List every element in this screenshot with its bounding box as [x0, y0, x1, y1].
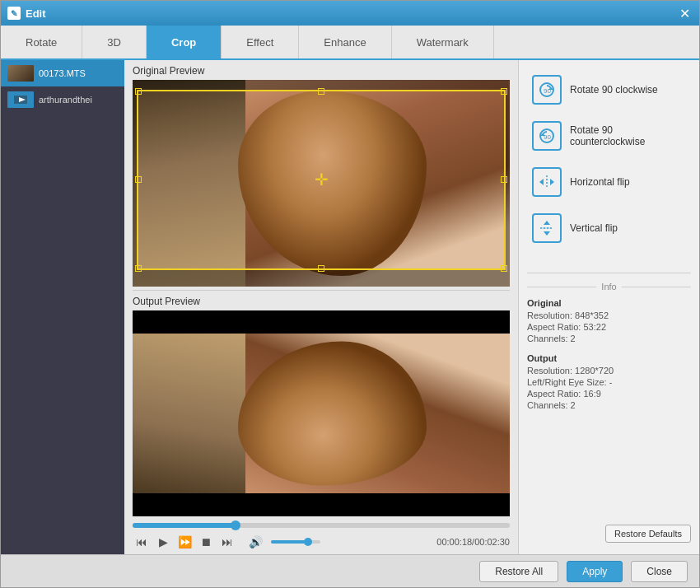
hflip-action[interactable]: Horizontal flip — [527, 164, 691, 200]
restore-all-button[interactable]: Restore All — [479, 561, 558, 582]
bottom-action-bar: Restore All Apply Close — [1, 554, 699, 587]
svg-text:90: 90 — [544, 87, 551, 95]
volume-button[interactable]: 🔊 — [246, 533, 264, 551]
rotate-cw-icon: 90 — [532, 75, 562, 105]
crop-crosshair: ✛ — [315, 170, 329, 189]
output-eye-size: Left/Right Eye Size: - — [527, 377, 691, 387]
svg-marker-13 — [544, 231, 550, 236]
progress-fill — [133, 523, 238, 528]
output-video-frame — [133, 334, 510, 494]
tab-enhance[interactable]: Enhance — [299, 26, 391, 58]
tab-rotate[interactable]: Rotate — [1, 26, 82, 58]
tab-3d[interactable]: 3D — [82, 26, 147, 58]
tab-watermark[interactable]: Watermark — [392, 26, 494, 58]
close-window-button[interactable]: ✕ — [676, 5, 693, 21]
output-resolution: Resolution: 1280*720 — [527, 366, 691, 376]
output-info-title: Output — [527, 353, 691, 363]
tab-crop[interactable]: Crop — [147, 26, 222, 58]
sidebar-thumb-0 — [7, 65, 34, 82]
svg-marker-12 — [544, 221, 550, 225]
fast-forward-button[interactable]: ⏩ — [175, 533, 194, 551]
output-aspect-ratio: Aspect Ratio: 16:9 — [527, 389, 691, 399]
tab-effect[interactable]: Effect — [222, 26, 299, 58]
output-preview-section: Output Preview — [124, 291, 518, 520]
rotate-cw-label: Rotate 90 clockwise — [570, 84, 658, 96]
output-black-bar-bottom — [133, 493, 510, 516]
original-preview-canvas: ✛ — [133, 80, 510, 287]
restore-defaults-button[interactable]: Restore Defaults — [605, 525, 691, 543]
original-info-group: Original Resolution: 848*352 Aspect Rati… — [527, 298, 691, 343]
window-icon: ✎ — [7, 7, 21, 20]
sidebar-filename-0: 00173.MTS — [39, 68, 86, 78]
playback-controls: ⏮ ▶ ⏩ ⏹ ⏭ 🔊 00:00:18/00:02:30 — [124, 520, 518, 554]
original-info-title: Original — [527, 298, 691, 308]
rotate-cw-action[interactable]: 90 Rotate 90 clockwise — [527, 72, 691, 108]
file-sidebar: 00173.MTS arthurandthei — [1, 60, 124, 554]
original-channels: Channels: 2 — [527, 334, 691, 343]
crop-handle-bm[interactable] — [318, 265, 324, 272]
vflip-action[interactable]: Vertical flip — [527, 210, 691, 246]
apply-button[interactable]: Apply — [567, 561, 623, 582]
volume-fill — [271, 540, 306, 544]
progress-thumb[interactable] — [231, 520, 240, 530]
title-bar: ✎ Edit ✕ — [1, 1, 699, 26]
vflip-icon — [532, 213, 562, 243]
output-black-bar-top — [133, 310, 510, 334]
output-preview-canvas — [133, 310, 510, 517]
sidebar-item-1[interactable]: arthurandthei — [1, 86, 124, 113]
original-aspect-ratio: Aspect Ratio: 53:22 — [527, 322, 691, 332]
rotate-ccw-icon: 90 — [532, 121, 562, 151]
edit-window: ✎ Edit ✕ Rotate 3D Crop Effect Enhance W… — [0, 0, 700, 588]
original-preview-label: Original Preview — [133, 65, 510, 77]
crop-overlay[interactable]: ✛ — [137, 90, 506, 270]
crop-handle-br[interactable] — [501, 265, 507, 272]
svg-marker-10 — [550, 179, 554, 185]
sidebar-thumb-1 — [7, 91, 34, 108]
window-title: Edit — [26, 7, 676, 20]
crop-handle-tl[interactable] — [135, 88, 142, 95]
controls-row: ⏮ ▶ ⏩ ⏹ ⏭ 🔊 00:00:18/00:02:30 — [133, 533, 510, 551]
svg-text:90: 90 — [544, 133, 551, 141]
rotate-ccw-label: Rotate 90 counterclockwise — [570, 124, 686, 147]
volume-thumb[interactable] — [304, 538, 312, 546]
rotate-ccw-action[interactable]: 90 Rotate 90 counterclockwise — [527, 118, 691, 154]
progress-bar[interactable] — [133, 523, 510, 528]
crop-handle-bl[interactable] — [135, 265, 142, 272]
sidebar-filename-1: arthurandthei — [39, 95, 92, 105]
svg-marker-9 — [539, 179, 544, 185]
right-panel: 90 Rotate 90 clockwise 90 Rotate 90 coun… — [518, 60, 699, 554]
crop-handle-mr[interactable] — [501, 176, 507, 183]
output-video-content — [133, 334, 510, 494]
close-button[interactable]: Close — [631, 561, 688, 582]
skip-forward-button[interactable]: ⏭ — [218, 533, 236, 551]
sidebar-item-0[interactable]: 00173.MTS — [1, 60, 124, 86]
skip-back-button[interactable]: ⏮ — [133, 533, 151, 551]
tabs-bar: Rotate 3D Crop Effect Enhance Watermark — [1, 26, 699, 60]
hflip-label: Horizontal flip — [570, 176, 630, 188]
output-info-group: Output Resolution: 1280*720 Left/Right E… — [527, 353, 691, 410]
original-preview-section: Original Preview — [124, 60, 518, 290]
play-button[interactable]: ▶ — [154, 533, 172, 551]
vflip-label: Vertical flip — [570, 222, 618, 234]
hflip-icon — [532, 167, 562, 197]
info-section: Info Original Resolution: 848*352 Aspect… — [527, 273, 691, 420]
crop-handle-ml[interactable] — [135, 176, 142, 183]
main-content: 00173.MTS arthurandthei Original Preview — [1, 60, 699, 554]
preview-area: Original Preview — [124, 60, 518, 554]
original-resolution: Resolution: 848*352 — [527, 310, 691, 320]
crop-handle-tm[interactable] — [318, 88, 324, 95]
volume-bar[interactable] — [271, 540, 320, 544]
output-preview-label: Output Preview — [133, 296, 510, 307]
info-title: Info — [527, 282, 691, 292]
crop-handle-tr[interactable] — [501, 88, 507, 95]
time-display: 00:00:18/00:02:30 — [436, 537, 510, 547]
output-channels: Channels: 2 — [527, 400, 691, 410]
stop-button[interactable]: ⏹ — [197, 533, 215, 551]
